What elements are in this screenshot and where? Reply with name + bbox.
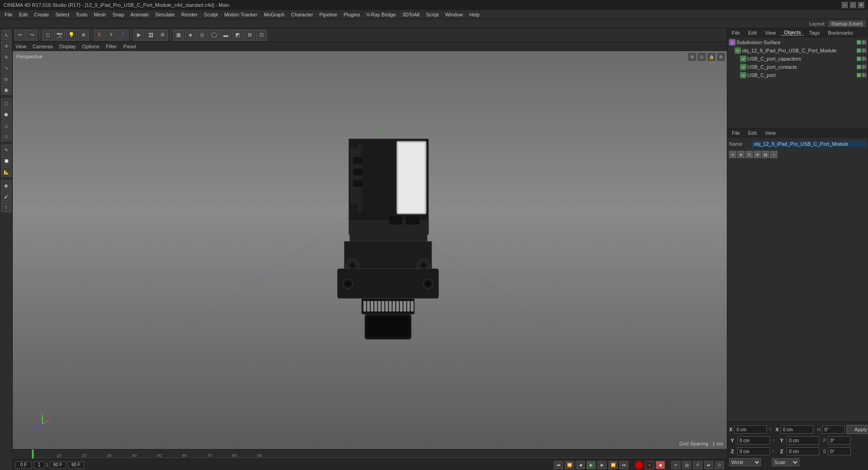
tab-edit-objects[interactable]: Edit — [745, 30, 760, 36]
vp-menu-view[interactable]: View — [15, 44, 26, 49]
go-end-btn[interactable]: ⏭ — [619, 461, 628, 469]
null-button[interactable]: ⊕ — [78, 30, 89, 41]
paint-tool[interactable]: 🖌 — [1, 191, 11, 201]
sculpt-tool[interactable]: ⌇ — [1, 202, 11, 212]
attr-icon-3[interactable]: ⊡ — [745, 151, 753, 158]
new-object-button[interactable]: ◻ — [42, 30, 53, 41]
menu-snap[interactable]: Snap — [110, 11, 127, 18]
coord-x-pos[interactable]: 0 cm — [734, 425, 767, 434]
attr-icon-2[interactable]: ◈ — [737, 151, 745, 158]
coord-x-scale[interactable]: 0 cm — [781, 425, 813, 434]
start-frame-input[interactable]: 1 — [34, 461, 45, 469]
fps-input[interactable] — [68, 461, 84, 469]
point-mode[interactable]: ⬢ — [1, 109, 11, 119]
loop-btn[interactable]: ↺ — [693, 461, 702, 469]
record-button[interactable] — [635, 461, 643, 469]
coord-y-pos[interactable]: 0 cm — [737, 436, 770, 444]
cursor-tool[interactable]: ↖ — [1, 30, 11, 40]
vp-menu-options[interactable]: Options — [82, 44, 99, 49]
wireframe-btn[interactable]: ◈ — [185, 30, 196, 41]
vp-menu-panel[interactable]: Panel — [123, 44, 136, 49]
edge-mode[interactable]: △ — [1, 120, 11, 130]
vp-settings-btn[interactable]: ⚙ — [717, 53, 725, 61]
display-mode-btn[interactable]: ▦ — [173, 30, 184, 41]
scale-tool[interactable]: ⤡ — [1, 63, 11, 73]
redo-button[interactable]: ↪ — [26, 30, 37, 41]
timeline[interactable]: 0 10 20 30 40 50 60 70 80 90 — [13, 449, 727, 459]
y-axis-btn[interactable]: Y — [106, 30, 117, 41]
menu-sculpt[interactable]: Sculpt — [201, 11, 221, 18]
obj-dot-green-2[interactable] — [857, 48, 861, 53]
playhead[interactable] — [32, 450, 33, 459]
obj-dot-green[interactable] — [857, 40, 861, 45]
render-view-btn[interactable]: 🖼 — [145, 30, 156, 41]
menu-pipeline[interactable]: Pipeline — [317, 11, 340, 18]
tab-objects[interactable]: Objects — [781, 30, 803, 36]
menu-animate[interactable]: Animate — [128, 11, 152, 18]
undo-button[interactable]: ↩ — [15, 30, 26, 41]
tweak-mode[interactable]: ✎ — [1, 145, 11, 155]
snap-enable-btn[interactable]: ⊞ — [244, 30, 255, 41]
coord-z-scale[interactable]: 0 cm — [786, 447, 819, 455]
rotate-tool[interactable]: ↻ — [1, 52, 11, 62]
menu-3dtoall[interactable]: 3DToAll — [399, 11, 422, 18]
prev-frame-btn[interactable]: ◀ — [576, 461, 585, 469]
measure-tool[interactable]: 📐 — [1, 167, 11, 177]
live-select-tool[interactable]: ◎ — [1, 74, 11, 84]
obj-dot-green-3[interactable] — [857, 56, 861, 61]
coord-scale-select[interactable]: Scale Size — [772, 458, 799, 466]
obj-dot-green-4[interactable] — [857, 65, 861, 69]
3d-viewport[interactable]: Perspective ⊞ ⊟ 🔒 ⚙ X Y Z Grid Spacing :… — [13, 51, 727, 449]
end-frame-input[interactable]: 90 F — [50, 461, 66, 469]
tab-view-objects[interactable]: View — [762, 30, 779, 36]
frame-input[interactable]: 0 F — [15, 461, 32, 469]
material-tool[interactable]: ◉ — [1, 180, 11, 190]
coord-system-select[interactable]: World Object Screen — [729, 458, 761, 466]
menu-file[interactable]: File — [2, 11, 15, 18]
render-settings-btn[interactable]: ⚙ — [157, 30, 168, 41]
snap-tool[interactable]: 🔲 — [1, 156, 11, 166]
go-start-btn[interactable]: ⏮ — [554, 461, 563, 469]
menu-vray[interactable]: V-Ray Bridge — [364, 11, 399, 18]
bg-btn[interactable]: ◩ — [232, 30, 243, 41]
tab-file-objects[interactable]: File — [729, 30, 743, 36]
x-axis-btn[interactable]: X — [94, 30, 105, 41]
vp-lock-btn[interactable]: 🔒 — [707, 53, 715, 61]
maximize-button[interactable]: □ — [850, 2, 856, 8]
coord-p-rot[interactable]: 0° — [828, 436, 851, 444]
coord-h-rot[interactable]: 0° — [822, 425, 845, 434]
motion-path-btn[interactable]: ✛ — [671, 461, 680, 469]
auto-key-btn[interactable]: ● — [645, 461, 654, 469]
obj-item-capacitors[interactable]: M USB_C_port_capacitors — [727, 55, 868, 63]
animation-layer-btn[interactable]: ▤ — [682, 461, 691, 469]
tab-view-attr[interactable]: View — [762, 130, 779, 136]
obj-item-subdivision[interactable]: S Subdivision Surface — [727, 38, 868, 46]
tab-file-attr[interactable]: File — [729, 130, 743, 136]
light-button[interactable]: 💡 — [66, 30, 77, 41]
vp-fullscreen-btn[interactable]: ⊞ — [688, 53, 696, 61]
vp-menu-cameras[interactable]: Cameras — [33, 44, 53, 49]
obj-item-port[interactable]: M USB_C_port — [727, 71, 868, 79]
menu-simulate[interactable]: Simulate — [153, 11, 178, 18]
apply-button[interactable]: Apply — [847, 425, 868, 434]
menu-character[interactable]: Character — [288, 11, 316, 18]
tab-tags[interactable]: Tags — [807, 30, 822, 36]
vp-menu-filter[interactable]: Filter — [106, 44, 117, 49]
prev-key-btn[interactable]: ⏪ — [565, 461, 574, 469]
menu-create[interactable]: Create — [31, 11, 52, 18]
obj-dot-check[interactable] — [862, 40, 866, 45]
obj-dot-check-2[interactable] — [862, 48, 866, 53]
poly-mode[interactable]: ◇ — [1, 131, 11, 141]
texture-btn[interactable]: ◎ — [197, 30, 208, 41]
menu-edit[interactable]: Edit — [16, 11, 31, 18]
menu-motion-tracker[interactable]: Motion Tracker — [221, 11, 260, 18]
obj-dot-check-4[interactable] — [862, 65, 866, 69]
menu-tools[interactable]: Tools — [73, 11, 90, 18]
tab-edit-attr[interactable]: Edit — [745, 130, 760, 136]
obj-dot-green-5[interactable] — [857, 73, 861, 77]
attr-icon-4[interactable]: ⊞ — [754, 151, 761, 158]
attr-icon-5[interactable]: ▤ — [762, 151, 769, 158]
obj-item-main[interactable]: M obj_12_9_iPad_Pro_USB_C_Port_Module — [727, 46, 868, 55]
obj-item-contacts[interactable]: M USB_C_port_contacts — [727, 63, 868, 71]
object-mode[interactable]: ⬡ — [1, 98, 11, 108]
